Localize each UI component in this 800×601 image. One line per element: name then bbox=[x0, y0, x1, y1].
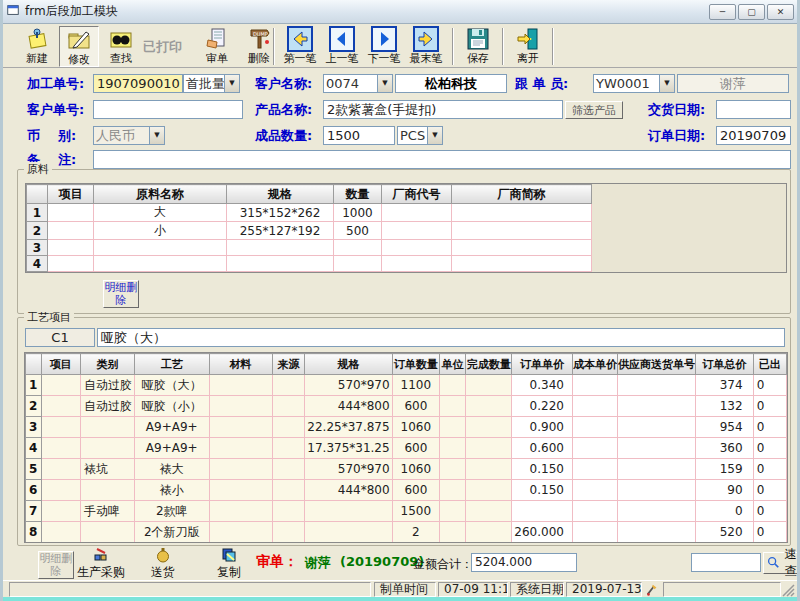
grid-cell[interactable]: 1060 bbox=[392, 459, 439, 480]
grid-cell[interactable] bbox=[466, 501, 512, 522]
grid-cell[interactable]: 374 bbox=[695, 375, 753, 396]
production-purchase-button[interactable]: 生产采购 bbox=[73, 547, 129, 581]
grid-cell[interactable]: 大 bbox=[94, 204, 227, 222]
grid-cell[interactable]: 自动过胶 bbox=[80, 375, 134, 396]
grid-cell[interactable] bbox=[572, 459, 617, 480]
toolbar-prev-button[interactable]: 上一笔 bbox=[322, 26, 362, 67]
grid-cell[interactable] bbox=[209, 480, 272, 501]
grid-cell[interactable] bbox=[572, 522, 617, 543]
grid-cell[interactable] bbox=[209, 375, 272, 396]
row-number[interactable]: 5 bbox=[26, 459, 42, 480]
product-name-field[interactable]: 2款紫薯盒(手提扣) bbox=[323, 100, 563, 119]
process-table[interactable]: 项目类别工艺材料来源规格订单数量单位完成数量订单单价成本单价供应商送货单号订单总… bbox=[25, 353, 787, 543]
grid-cell[interactable] bbox=[572, 375, 617, 396]
grid-cell[interactable]: 600 bbox=[392, 480, 439, 501]
grid-cell[interactable]: 0 bbox=[753, 438, 786, 459]
grid-cell[interactable] bbox=[48, 222, 94, 240]
grid-cell[interactable]: 22.25*37.875 bbox=[305, 417, 392, 438]
grid-cell[interactable] bbox=[41, 501, 80, 522]
grid-cell[interactable] bbox=[466, 480, 512, 501]
grid-cell[interactable]: 444*800 bbox=[305, 396, 392, 417]
grid-cell[interactable] bbox=[466, 438, 512, 459]
grid-cell[interactable]: A9+A9+ bbox=[134, 438, 209, 459]
grid-cell[interactable] bbox=[41, 438, 80, 459]
row-number[interactable]: 6 bbox=[26, 480, 42, 501]
grid-cell[interactable]: 255*127*192 bbox=[227, 222, 334, 240]
grid-cell[interactable]: 0.150 bbox=[512, 459, 573, 480]
row-number[interactable]: 4 bbox=[27, 256, 48, 272]
grid-cell[interactable] bbox=[48, 256, 94, 272]
grid-cell[interactable]: 小 bbox=[94, 222, 227, 240]
toolbar-exit-button[interactable]: 离开 bbox=[508, 26, 548, 67]
grid-cell[interactable] bbox=[452, 222, 592, 240]
grid-cell[interactable] bbox=[272, 375, 305, 396]
grid-cell[interactable]: 裱坑 bbox=[80, 459, 134, 480]
grid-cell[interactable] bbox=[466, 375, 512, 396]
unit-combo[interactable]: PCS▼ bbox=[397, 126, 443, 145]
grid-cell[interactable] bbox=[305, 522, 392, 543]
grid-cell[interactable] bbox=[209, 417, 272, 438]
grid-cell[interactable]: 0.900 bbox=[512, 417, 573, 438]
grid-cell[interactable] bbox=[617, 501, 695, 522]
quick-search-button[interactable]: 速查 bbox=[763, 552, 800, 574]
toolbar-save-button[interactable]: 保存 bbox=[458, 26, 498, 67]
grid-cell[interactable] bbox=[440, 459, 466, 480]
grid-cell[interactable] bbox=[382, 222, 452, 240]
grid-cell[interactable]: 自动过胶 bbox=[80, 396, 134, 417]
grid-cell[interactable] bbox=[272, 501, 305, 522]
grid-cell[interactable] bbox=[334, 240, 382, 256]
grid-cell[interactable] bbox=[617, 459, 695, 480]
filter-product-button[interactable]: 筛选产品 bbox=[565, 101, 623, 119]
row-number[interactable]: 1 bbox=[26, 375, 42, 396]
grid-cell[interactable]: 159 bbox=[695, 459, 753, 480]
grid-cell[interactable] bbox=[94, 256, 227, 272]
grid-cell[interactable] bbox=[227, 256, 334, 272]
grid-cell[interactable]: 570*970 bbox=[305, 375, 392, 396]
grid-cell[interactable] bbox=[80, 417, 134, 438]
grid-cell[interactable]: 0 bbox=[753, 396, 786, 417]
grid-cell[interactable] bbox=[41, 417, 80, 438]
customer-order-field[interactable] bbox=[93, 100, 243, 119]
follower-code-combo[interactable]: YW0001▼ bbox=[593, 74, 675, 93]
row-number[interactable]: 2 bbox=[27, 222, 48, 240]
row-number[interactable]: 3 bbox=[26, 417, 42, 438]
grid-cell[interactable] bbox=[572, 396, 617, 417]
grid-cell[interactable] bbox=[94, 240, 227, 256]
grid-cell[interactable] bbox=[512, 501, 573, 522]
grid-cell[interactable] bbox=[382, 256, 452, 272]
delivery-button[interactable]: 送货 bbox=[145, 547, 181, 581]
chevron-down-icon[interactable]: ▼ bbox=[224, 75, 239, 92]
grid-cell[interactable]: 0 bbox=[753, 375, 786, 396]
grid-cell[interactable] bbox=[41, 459, 80, 480]
grid-cell[interactable] bbox=[572, 480, 617, 501]
grid-cell[interactable] bbox=[209, 438, 272, 459]
grid-cell[interactable] bbox=[617, 480, 695, 501]
grid-cell[interactable]: A9+A9+ bbox=[134, 417, 209, 438]
order-type-combo[interactable]: 首批量产▼ bbox=[183, 74, 240, 93]
toolbar-next-button[interactable]: 下一笔 bbox=[364, 26, 404, 67]
grid-cell[interactable] bbox=[466, 417, 512, 438]
grid-cell[interactable]: 520 bbox=[695, 522, 753, 543]
grid-cell[interactable]: 570*970 bbox=[305, 459, 392, 480]
grid-cell[interactable] bbox=[452, 240, 592, 256]
minimize-button[interactable]: ─ bbox=[709, 4, 736, 20]
grid-cell[interactable]: 0.220 bbox=[512, 396, 573, 417]
grid-cell[interactable] bbox=[80, 438, 134, 459]
grid-cell[interactable] bbox=[41, 375, 80, 396]
qty-field[interactable]: 1500 bbox=[323, 126, 395, 145]
grid-cell[interactable] bbox=[466, 459, 512, 480]
chevron-down-icon[interactable]: ▼ bbox=[659, 75, 674, 92]
grid-cell[interactable]: 444*800 bbox=[305, 480, 392, 501]
grid-cell[interactable] bbox=[452, 204, 592, 222]
toolbar-last-button[interactable]: 最末笔 bbox=[406, 26, 446, 67]
grid-cell[interactable]: 132 bbox=[695, 396, 753, 417]
grid-cell[interactable] bbox=[272, 480, 305, 501]
remark-field[interactable] bbox=[93, 150, 791, 169]
row-number[interactable]: 8 bbox=[26, 522, 42, 543]
grid-cell[interactable] bbox=[440, 417, 466, 438]
grid-cell[interactable]: 哑胶（大） bbox=[134, 375, 209, 396]
customer-code-combo[interactable]: 0074▼ bbox=[323, 74, 393, 93]
grid-cell[interactable] bbox=[80, 480, 134, 501]
grid-cell[interactable] bbox=[382, 204, 452, 222]
process-name-field[interactable]: 哑胶（大） bbox=[97, 328, 785, 347]
